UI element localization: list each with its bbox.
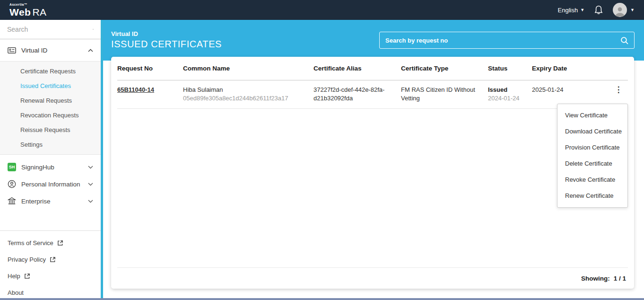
bank-icon	[8, 197, 16, 205]
sidebar: Virtual ID Certificate Requests Issued C…	[0, 20, 101, 298]
showing-label: Showing:	[581, 275, 610, 282]
column-header-certificate-type: Certificate Type	[401, 65, 488, 72]
brand-name-ra: RA	[32, 7, 46, 18]
user-icon	[614, 5, 626, 17]
common-name: Hiba Sulaiman	[183, 86, 305, 94]
common-name-id: 05ed89fe305a8ec1d244b62611f23a17	[183, 94, 305, 103]
sidebar-footer: Terms of Service Privacy Policy Help	[0, 230, 101, 300]
page-header: Virtual ID ISSUED CERTIFICATES	[101, 20, 644, 61]
sidebar-item-enterprise[interactable]: Enterprise	[0, 193, 101, 210]
issued-certificates-card: Request No Common Name Certificate Alias…	[111, 57, 634, 289]
sidebar-item-revocation-requests[interactable]: Revocation Requests	[0, 108, 101, 123]
sidebar-item-renewal-requests[interactable]: Renewal Requests	[0, 93, 101, 108]
request-search	[379, 32, 635, 49]
table-row: 65B11040-14 Hiba Sulaiman 05ed89fe305a8e…	[117, 80, 628, 109]
search-icon	[93, 26, 94, 33]
sidebar-item-virtual-id[interactable]: Virtual ID	[0, 39, 101, 61]
showing-value: 1 / 1	[614, 275, 626, 282]
sidebar-item-label: Enterprise	[21, 198, 51, 205]
sidebar-search	[0, 20, 101, 39]
terms-of-service-link[interactable]: Terms of Service	[0, 235, 101, 251]
expiry-date: 2025-01-24	[532, 86, 609, 103]
certificate-type: FM RAS Citizen ID Without Vetting	[401, 86, 488, 103]
certificate-alias: 37227f2d-cdef-442e-82fa-d21b32092fda	[313, 86, 401, 103]
notifications-button[interactable]	[594, 5, 603, 15]
signinghub-icon: SH	[8, 163, 16, 171]
status-date: 2024-01-24	[488, 94, 532, 103]
sidebar-item-label: Virtual ID	[21, 47, 47, 54]
menu-item-provision-certificate[interactable]: Provision Certificate	[557, 140, 627, 156]
sidebar-item-certificate-requests[interactable]: Certificate Requests	[0, 64, 101, 79]
column-header-status: Status	[488, 65, 532, 72]
breadcrumb: Virtual ID	[111, 30, 222, 37]
table-footer: Showing: 1 / 1	[117, 267, 628, 289]
about-link[interactable]: About	[0, 284, 101, 300]
row-actions-menu: View Certificate Download Certificate Pr…	[557, 104, 628, 208]
column-header-common-name: Common Name	[183, 65, 313, 72]
column-header-request-no: Request No	[117, 65, 183, 72]
brand-company: Ascertia™	[9, 3, 47, 6]
avatar	[613, 3, 627, 17]
language-label: English	[558, 7, 578, 14]
sidebar-accent-divider	[101, 20, 103, 298]
user-menu[interactable]: ▼	[613, 3, 635, 17]
language-selector[interactable]: English ▼	[558, 7, 585, 14]
virtual-id-submenu: Certificate Requests Issued Certificates…	[0, 61, 101, 155]
chevron-up-icon	[88, 49, 93, 52]
sidebar-search-input[interactable]	[7, 26, 93, 33]
external-link-icon	[50, 256, 56, 263]
external-link-icon	[24, 273, 30, 279]
status-badge: Issued	[488, 86, 532, 94]
bell-icon	[594, 5, 603, 15]
menu-item-delete-certificate[interactable]: Delete Certificate	[557, 156, 627, 172]
column-header-certificate-alias: Certificate Alias	[313, 65, 401, 72]
brand-logo: Ascertia™ WebRA	[9, 3, 47, 17]
row-actions-button[interactable]: ⋮	[609, 86, 628, 103]
menu-item-download-certificate[interactable]: Download Certificate	[557, 124, 627, 140]
id-card-icon	[8, 47, 16, 54]
chevron-down-icon: ▼	[580, 8, 584, 12]
sidebar-item-label: SigningHub	[21, 164, 54, 171]
table-header: Request No Common Name Certificate Alias…	[117, 57, 628, 80]
sidebar-item-reissue-requests[interactable]: Reissue Requests	[0, 123, 101, 137]
help-link[interactable]: Help	[0, 268, 101, 284]
link-label: About	[8, 289, 24, 296]
request-search-input[interactable]	[385, 37, 620, 44]
chevron-down-icon	[88, 183, 93, 186]
menu-item-view-certificate[interactable]: View Certificate	[557, 107, 627, 124]
link-label: Help	[8, 273, 20, 280]
chevron-down-icon: ▼	[630, 8, 635, 12]
menu-item-renew-certificate[interactable]: Renew Certificate	[557, 188, 627, 204]
sidebar-item-settings[interactable]: Settings	[0, 137, 101, 152]
menu-item-revoke-certificate[interactable]: Revoke Certificate	[557, 172, 627, 188]
sidebar-item-personal-information[interactable]: Personal Information	[0, 176, 101, 193]
sidebar-item-issued-certificates[interactable]: Issued Certificates	[0, 79, 101, 93]
sidebar-item-label: Personal Information	[21, 181, 80, 188]
page-title: ISSUED CERTIFICATES	[111, 39, 222, 50]
topbar: Ascertia™ WebRA English ▼ ▼	[0, 0, 644, 20]
brand-name-web: Web	[9, 7, 31, 18]
request-no-link[interactable]: 65B11040-14	[117, 86, 154, 93]
external-link-icon	[57, 240, 63, 246]
chevron-down-icon	[88, 166, 93, 169]
link-label: Terms of Service	[8, 239, 53, 247]
chevron-down-icon	[88, 200, 93, 203]
column-header-expiry-date: Expiry Date	[532, 65, 609, 72]
link-label: Privacy Policy	[8, 256, 46, 263]
sidebar-item-signinghub[interactable]: SH SigningHub	[0, 159, 101, 176]
search-icon[interactable]	[620, 36, 628, 44]
privacy-policy-link[interactable]: Privacy Policy	[0, 251, 101, 268]
person-circle-icon	[8, 180, 16, 188]
